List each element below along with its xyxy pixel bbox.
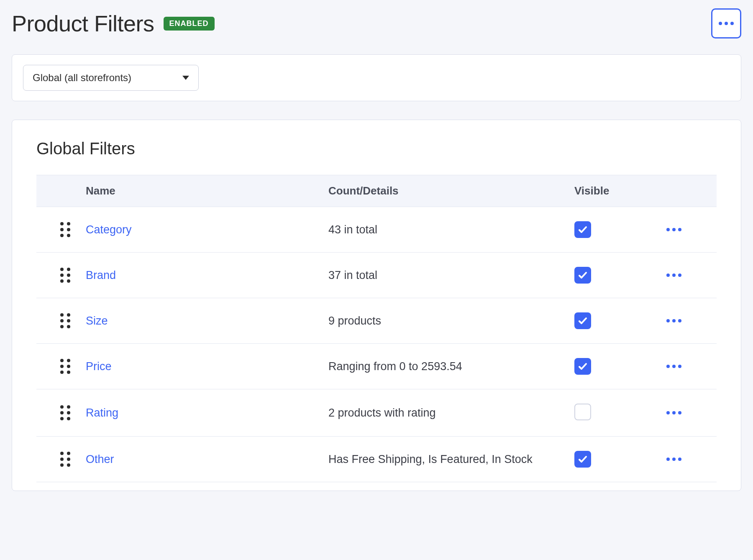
drag-handle-icon[interactable] [36,268,82,283]
storefront-scope-select[interactable]: Global (all storefronts) [23,65,199,91]
visible-cell [574,312,666,329]
title-wrap: Product Filters ENABLED [12,10,215,36]
drag-handle-icon[interactable] [36,313,82,328]
drag-handle-icon[interactable] [36,405,82,420]
table-header: Name Count/Details Visible [36,175,717,207]
filter-name-link[interactable]: Brand [82,269,328,282]
visible-checkbox[interactable] [574,451,591,468]
filters-panel: Global Filters Name Count/Details Visibl… [12,120,741,491]
scope-select-label: Global (all storefronts) [33,72,131,84]
visible-checkbox[interactable] [574,358,591,375]
page-title: Product Filters [12,10,154,36]
filter-details: Has Free Shipping, Is Featured, In Stock [328,453,574,466]
page-header: Product Filters ENABLED [12,8,741,38]
filter-details: 2 products with rating [328,407,574,419]
filter-name-link[interactable]: Price [82,360,328,373]
more-horizontal-icon [719,22,734,25]
filters-table: Name Count/Details Visible Category 43 i… [36,175,717,482]
table-row-size: Size 9 products [36,298,717,344]
table-row-price: Price Ranging from 0 to 2593.54 [36,344,717,389]
visible-checkbox[interactable] [574,267,591,284]
row-more-button[interactable] [666,365,717,368]
table-row-other: Other Has Free Shipping, Is Featured, In… [36,437,717,482]
row-more-button[interactable] [666,458,717,461]
visible-checkbox[interactable] [574,312,591,329]
filter-details: 43 in total [328,223,574,236]
drag-handle-icon[interactable] [36,222,82,237]
filter-name-link[interactable]: Category [82,223,328,236]
filter-details: 37 in total [328,269,574,282]
drag-handle-icon[interactable] [36,359,82,374]
visible-cell [574,267,666,284]
visible-cell [574,221,666,238]
visible-checkbox[interactable] [574,221,591,238]
visible-cell [574,451,666,468]
table-row-rating: Rating 2 products with rating [36,389,717,437]
col-header-name: Name [82,184,328,197]
chevron-down-icon [182,76,189,80]
panel-title: Global Filters [36,139,717,158]
col-header-details: Count/Details [328,184,574,197]
col-header-visible: Visible [574,184,666,197]
row-more-button[interactable] [666,319,717,322]
row-more-button[interactable] [666,274,717,277]
status-badge: ENABLED [164,17,215,31]
filter-name-link[interactable]: Size [82,315,328,327]
filter-details: Ranging from 0 to 2593.54 [328,360,574,373]
row-more-button[interactable] [666,228,717,231]
table-row-category: Category 43 in total [36,207,717,253]
visible-checkbox[interactable] [574,404,591,420]
table-row-brand: Brand 37 in total [36,253,717,298]
visible-cell [574,404,666,422]
filter-name-link[interactable]: Rating [82,407,328,419]
filter-details: 9 products [328,315,574,327]
visible-cell [574,358,666,375]
row-more-button[interactable] [666,411,717,414]
drag-handle-icon[interactable] [36,452,82,467]
filter-name-link[interactable]: Other [82,453,328,466]
header-more-button[interactable] [711,8,741,38]
scope-bar: Global (all storefronts) [12,54,741,101]
